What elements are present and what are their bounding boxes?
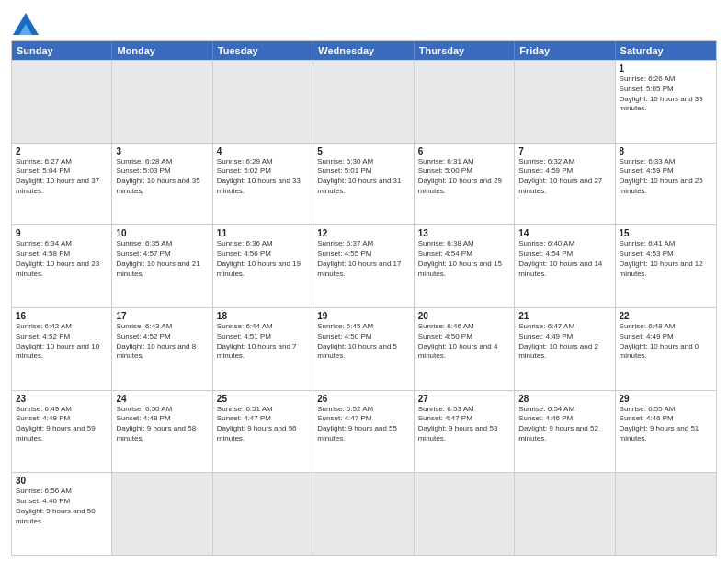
day-info: Sunrise: 6:38 AM Sunset: 4:54 PM Dayligh… [418,239,510,279]
day-info: Sunrise: 6:26 AM Sunset: 5:05 PM Dayligh… [620,75,712,114]
day-info: Sunrise: 6:45 AM Sunset: 4:50 PM Dayligh… [317,322,409,362]
day-info: Sunrise: 6:56 AM Sunset: 4:46 PM Dayligh… [16,487,108,526]
day-number: 5 [317,146,409,156]
day-number: 23 [16,394,108,404]
calendar-cell [313,61,414,143]
header [11,9,717,35]
day-number: 22 [620,311,712,321]
calendar-cell [415,61,515,143]
day-info: Sunrise: 6:48 AM Sunset: 4:49 PM Dayligh… [620,322,712,362]
calendar-week-2: 2Sunrise: 6:27 AM Sunset: 5:04 PM Daylig… [12,143,716,225]
calendar-cell: 7Sunrise: 6:32 AM Sunset: 4:59 PM Daylig… [515,144,615,225]
day-number: 24 [116,394,208,404]
calendar-cell [515,61,615,143]
calendar-cell [515,473,615,555]
day-info: Sunrise: 6:53 AM Sunset: 4:47 PM Dayligh… [418,405,510,444]
calendar-cell: 23Sunrise: 6:49 AM Sunset: 4:48 PM Dayli… [12,391,112,473]
calendar-cell: 5Sunrise: 6:30 AM Sunset: 5:01 PM Daylig… [313,144,414,225]
calendar-cell: 2Sunrise: 6:27 AM Sunset: 5:04 PM Daylig… [12,144,112,225]
header-day-monday: Monday [112,41,212,60]
calendar-week-5: 23Sunrise: 6:49 AM Sunset: 4:48 PM Dayli… [12,390,716,473]
day-number: 18 [217,311,309,321]
header-day-sunday: Sunday [12,41,112,60]
calendar-cell: 29Sunrise: 6:55 AM Sunset: 4:46 PM Dayli… [616,391,716,473]
day-number: 3 [116,146,208,156]
day-info: Sunrise: 6:52 AM Sunset: 4:47 PM Dayligh… [317,405,409,444]
header-day-wednesday: Wednesday [313,41,414,60]
day-number: 29 [620,394,712,404]
calendar-week-3: 9Sunrise: 6:34 AM Sunset: 4:58 PM Daylig… [12,224,716,307]
day-info: Sunrise: 6:54 AM Sunset: 4:46 PM Dayligh… [518,405,610,444]
calendar-cell: 3Sunrise: 6:28 AM Sunset: 5:03 PM Daylig… [112,144,212,225]
day-info: Sunrise: 6:47 AM Sunset: 4:49 PM Dayligh… [518,322,610,362]
day-info: Sunrise: 6:28 AM Sunset: 5:03 PM Dayligh… [116,157,208,197]
day-number: 25 [217,394,309,404]
header-day-thursday: Thursday [415,41,515,60]
header-day-friday: Friday [515,41,615,60]
day-number: 8 [620,146,712,156]
calendar-cell: 26Sunrise: 6:52 AM Sunset: 4:47 PM Dayli… [313,391,414,473]
day-info: Sunrise: 6:27 AM Sunset: 5:04 PM Dayligh… [16,157,108,197]
calendar-cell: 22Sunrise: 6:48 AM Sunset: 4:49 PM Dayli… [616,308,716,390]
day-info: Sunrise: 6:55 AM Sunset: 4:46 PM Dayligh… [620,405,712,444]
calendar-cell: 13Sunrise: 6:38 AM Sunset: 4:54 PM Dayli… [415,225,515,307]
day-info: Sunrise: 6:37 AM Sunset: 4:55 PM Dayligh… [317,239,409,279]
day-info: Sunrise: 6:31 AM Sunset: 5:00 PM Dayligh… [418,157,510,197]
day-info: Sunrise: 6:44 AM Sunset: 4:51 PM Dayligh… [217,322,309,362]
day-info: Sunrise: 6:46 AM Sunset: 4:50 PM Dayligh… [418,322,510,362]
calendar-cell: 27Sunrise: 6:53 AM Sunset: 4:47 PM Dayli… [415,391,515,473]
day-info: Sunrise: 6:36 AM Sunset: 4:56 PM Dayligh… [217,239,309,279]
day-info: Sunrise: 6:43 AM Sunset: 4:52 PM Dayligh… [116,322,208,362]
calendar-cell: 21Sunrise: 6:47 AM Sunset: 4:49 PM Dayli… [515,308,615,390]
day-number: 4 [217,146,309,156]
day-number: 2 [16,146,108,156]
calendar-cell: 11Sunrise: 6:36 AM Sunset: 4:56 PM Dayli… [213,225,313,307]
calendar-cell: 17Sunrise: 6:43 AM Sunset: 4:52 PM Dayli… [112,308,212,390]
day-number: 6 [418,146,510,156]
day-number: 15 [620,228,712,238]
day-info: Sunrise: 6:30 AM Sunset: 5:01 PM Dayligh… [317,157,409,197]
calendar-cell: 12Sunrise: 6:37 AM Sunset: 4:55 PM Dayli… [313,225,414,307]
calendar-cell: 15Sunrise: 6:41 AM Sunset: 4:53 PM Dayli… [616,225,716,307]
day-info: Sunrise: 6:42 AM Sunset: 4:52 PM Dayligh… [16,322,108,362]
calendar-cell [112,61,212,143]
day-number: 9 [16,228,108,238]
day-info: Sunrise: 6:41 AM Sunset: 4:53 PM Dayligh… [620,239,712,279]
calendar: SundayMondayTuesdayWednesdayThursdayFrid… [11,40,717,556]
calendar-cell [213,61,313,143]
day-number: 12 [317,228,409,238]
calendar-cell [313,473,414,555]
day-info: Sunrise: 6:40 AM Sunset: 4:54 PM Dayligh… [518,239,610,279]
calendar-week-4: 16Sunrise: 6:42 AM Sunset: 4:52 PM Dayli… [12,307,716,390]
calendar-cell: 19Sunrise: 6:45 AM Sunset: 4:50 PM Dayli… [313,308,414,390]
calendar-cell [415,473,515,555]
calendar-cell: 18Sunrise: 6:44 AM Sunset: 4:51 PM Dayli… [213,308,313,390]
calendar-cell: 16Sunrise: 6:42 AM Sunset: 4:52 PM Dayli… [12,308,112,390]
calendar-cell: 1Sunrise: 6:26 AM Sunset: 5:05 PM Daylig… [616,61,716,143]
page: SundayMondayTuesdayWednesdayThursdayFrid… [0,0,728,563]
day-info: Sunrise: 6:49 AM Sunset: 4:48 PM Dayligh… [16,405,108,444]
calendar-cell: 9Sunrise: 6:34 AM Sunset: 4:58 PM Daylig… [12,225,112,307]
logo-icon [13,13,39,35]
calendar-cell: 24Sunrise: 6:50 AM Sunset: 4:48 PM Dayli… [112,391,212,473]
day-number: 10 [116,228,208,238]
day-number: 30 [16,476,108,486]
calendar-cell [112,473,212,555]
header-day-tuesday: Tuesday [213,41,313,60]
day-info: Sunrise: 6:35 AM Sunset: 4:57 PM Dayligh… [116,239,208,279]
day-info: Sunrise: 6:33 AM Sunset: 4:59 PM Dayligh… [620,157,712,197]
calendar-cell: 6Sunrise: 6:31 AM Sunset: 5:00 PM Daylig… [415,144,515,225]
day-info: Sunrise: 6:51 AM Sunset: 4:47 PM Dayligh… [217,405,309,444]
day-number: 14 [518,228,610,238]
logo [11,13,39,35]
calendar-cell [616,473,716,555]
calendar-cell: 28Sunrise: 6:54 AM Sunset: 4:46 PM Dayli… [515,391,615,473]
day-number: 1 [620,63,712,74]
calendar-cell [213,473,313,555]
day-number: 28 [518,394,610,404]
day-number: 11 [217,228,309,238]
day-info: Sunrise: 6:34 AM Sunset: 4:58 PM Dayligh… [16,239,108,279]
calendar-cell: 25Sunrise: 6:51 AM Sunset: 4:47 PM Dayli… [213,391,313,473]
calendar-cell: 4Sunrise: 6:29 AM Sunset: 5:02 PM Daylig… [213,144,313,225]
calendar-cell: 10Sunrise: 6:35 AM Sunset: 4:57 PM Dayli… [112,225,212,307]
